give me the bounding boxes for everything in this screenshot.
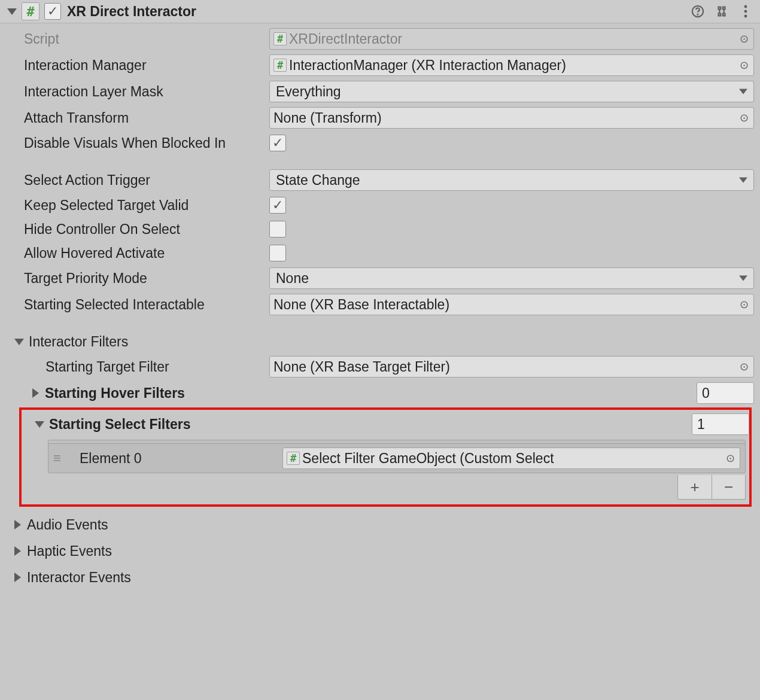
svg-point-3 xyxy=(744,10,747,13)
starting-hover-filters-count[interactable]: 0 xyxy=(697,382,754,404)
svg-point-1 xyxy=(697,14,698,14)
target-priority-mode-dropdown[interactable]: None xyxy=(269,267,754,289)
allow-hovered-activate-row: Allow Hovered Activate xyxy=(6,241,754,265)
script-icon: # xyxy=(22,2,39,20)
allow-hovered-activate-label: Allow Hovered Activate xyxy=(24,245,269,261)
foldout-closed-icon[interactable] xyxy=(14,546,21,556)
svg-point-2 xyxy=(744,5,747,8)
audio-events-header[interactable]: Audio Events xyxy=(6,512,754,538)
interactor-events-header[interactable]: Interactor Events xyxy=(6,564,754,591)
context-menu-icon[interactable] xyxy=(737,3,754,20)
interactor-filters-label: Interactor Filters xyxy=(29,334,754,350)
hide-controller-on-select-label: Hide Controller On Select xyxy=(24,221,269,238)
starting-select-filters-label: Starting Select Filters xyxy=(49,416,692,433)
select-action-trigger-row: Select Action Trigger State Change xyxy=(6,167,754,193)
haptic-events-label: Haptic Events xyxy=(27,543,112,559)
list-add-button[interactable]: + xyxy=(678,475,712,499)
component-header: # XR Direct Interactor xyxy=(0,0,760,23)
haptic-events-header[interactable]: Haptic Events xyxy=(6,538,754,564)
select-action-trigger-label: Select Action Trigger xyxy=(24,172,269,188)
disable-visuals-row: Disable Visuals When Blocked In xyxy=(6,131,754,155)
object-picker-icon[interactable]: ⊙ xyxy=(724,452,736,465)
starting-target-filter-field[interactable]: None (XR Base Target Filter) ⊙ xyxy=(269,356,754,378)
component-enable-checkbox[interactable] xyxy=(44,3,61,20)
drag-handle-icon[interactable]: ≡ xyxy=(53,451,70,466)
starting-selected-interactable-field[interactable]: None (XR Base Interactable) ⊙ xyxy=(269,294,754,315)
starting-select-filters-list: ≡ Element 0 # Select Filter GameObject (… xyxy=(48,440,746,473)
starting-target-filter-label: Starting Target Filter xyxy=(45,359,269,375)
object-picker-icon[interactable]: ⊙ xyxy=(738,360,750,373)
script-field-icon: # xyxy=(273,32,287,45)
foldout-open-icon[interactable] xyxy=(35,421,44,428)
list-remove-button[interactable]: − xyxy=(712,475,745,499)
interactor-filters-header[interactable]: Interactor Filters xyxy=(6,330,754,354)
list-footer: + − xyxy=(22,476,749,500)
foldout-closed-icon[interactable] xyxy=(32,388,39,398)
foldout-open-icon[interactable] xyxy=(14,339,24,345)
highlight-annotation: Starting Select Filters 1 ≡ Element 0 # … xyxy=(19,407,752,507)
script-field-icon: # xyxy=(273,59,287,72)
interaction-layer-mask-row: Interaction Layer Mask Everything xyxy=(6,78,754,105)
select-action-trigger-dropdown[interactable]: State Change xyxy=(269,169,754,191)
attach-transform-label: Attach Transform xyxy=(24,110,269,126)
attach-transform-field[interactable]: None (Transform) ⊙ xyxy=(269,107,754,129)
interaction-manager-field[interactable]: # InteractionManager (XR Interaction Man… xyxy=(269,54,754,76)
script-label: Script xyxy=(24,31,269,47)
keep-selected-target-valid-label: Keep Selected Target Valid xyxy=(24,197,269,214)
svg-point-4 xyxy=(744,15,747,18)
component-body: Script # XRDirectInteractor ⊙ Interactio… xyxy=(0,23,760,596)
component-title: XR Direct Interactor xyxy=(67,4,682,20)
interaction-manager-label: Interaction Manager xyxy=(24,57,269,74)
interaction-layer-mask-dropdown[interactable]: Everything xyxy=(269,81,754,102)
starting-selected-interactable-label: Starting Selected Interactable xyxy=(24,297,269,313)
interactor-events-label: Interactor Events xyxy=(27,570,131,586)
element-object-field[interactable]: # Select Filter GameObject (Custom Selec… xyxy=(282,448,740,469)
object-picker-icon[interactable]: ⊙ xyxy=(738,298,750,311)
starting-select-filters-count[interactable]: 1 xyxy=(692,413,749,435)
script-row: Script # XRDirectInteractor ⊙ xyxy=(6,26,754,52)
keep-selected-target-valid-checkbox[interactable] xyxy=(269,197,286,214)
interaction-layer-mask-label: Interaction Layer Mask xyxy=(24,84,269,100)
list-item[interactable]: ≡ Element 0 # Select Filter GameObject (… xyxy=(48,444,745,473)
foldout-closed-icon[interactable] xyxy=(14,520,21,529)
object-picker-icon[interactable]: ⊙ xyxy=(738,59,750,72)
audio-events-label: Audio Events xyxy=(27,517,108,533)
attach-transform-row: Attach Transform None (Transform) ⊙ xyxy=(6,105,754,131)
starting-select-filters-header[interactable]: Starting Select Filters 1 xyxy=(22,411,749,437)
object-picker-icon[interactable]: ⊙ xyxy=(738,111,750,124)
hide-controller-on-select-checkbox[interactable] xyxy=(269,221,286,238)
starting-selected-interactable-row: Starting Selected Interactable None (XR … xyxy=(6,291,754,318)
disable-visuals-checkbox[interactable] xyxy=(269,135,286,151)
hide-controller-on-select-row: Hide Controller On Select xyxy=(6,217,754,241)
element-label: Element 0 xyxy=(70,451,282,467)
target-priority-mode-label: Target Priority Mode xyxy=(24,270,269,287)
disable-visuals-label: Disable Visuals When Blocked In xyxy=(24,135,269,151)
help-icon[interactable] xyxy=(689,3,706,20)
foldout-closed-icon[interactable] xyxy=(14,573,21,582)
object-picker-icon: ⊙ xyxy=(738,32,750,45)
keep-selected-target-valid-row: Keep Selected Target Valid xyxy=(6,193,754,217)
allow-hovered-activate-checkbox[interactable] xyxy=(269,245,286,261)
starting-hover-filters-label: Starting Hover Filters xyxy=(45,385,697,401)
preset-icon[interactable] xyxy=(713,3,730,20)
component-foldout-icon[interactable] xyxy=(7,8,17,15)
script-field: # XRDirectInteractor ⊙ xyxy=(269,28,754,50)
target-priority-mode-row: Target Priority Mode None xyxy=(6,265,754,291)
interaction-manager-row: Interaction Manager # InteractionManager… xyxy=(6,52,754,78)
starting-target-filter-row: Starting Target Filter None (XR Base Tar… xyxy=(6,354,754,380)
starting-hover-filters-header[interactable]: Starting Hover Filters 0 xyxy=(6,380,754,406)
script-field-icon: # xyxy=(287,452,300,465)
